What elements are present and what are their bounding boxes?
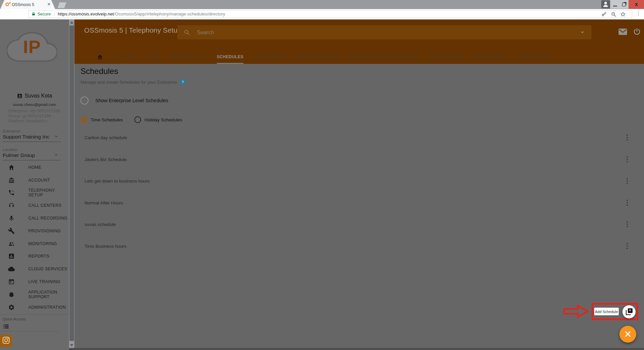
enterprise-label: Enterprise <box>3 129 20 133</box>
zoom-out-icon[interactable] <box>611 11 616 17</box>
sidebar-item-call-recording[interactable]: CALL RECORDING <box>0 212 69 225</box>
sidebar-item-home[interactable]: HOME <box>0 161 69 174</box>
logo-text: IP <box>7 36 57 57</box>
app-header: OSSmosis 5 | Telephony Setup LOCATIONUSE… <box>74 20 644 64</box>
sidebar-item-call-centers[interactable]: CALL CENTERS <box>0 199 69 212</box>
browser-titlebar: O OSSmosis 5 ✕ X <box>0 0 644 9</box>
chevron-down-icon <box>55 136 58 138</box>
sidebar: IP Suvas Kota suvas.chess@gmail.com Ente… <box>0 20 69 350</box>
tab-schedules[interactable]: SCHEDULES <box>217 50 244 64</box>
tab-trunk-groups[interactable]: TRUNK GROUPS <box>429 50 464 64</box>
quick-access-list-icon[interactable] <box>3 323 9 330</box>
account-meta: Enterprise: eip-0001015186Group: gr-0001… <box>8 109 60 124</box>
ossmosis-favicon: O <box>5 2 9 7</box>
browser-menu-icon[interactable]: ⋮ <box>636 10 641 16</box>
sidebar-item-live-training[interactable]: LIVE TRAINING <box>0 275 69 288</box>
logout-power-icon[interactable] <box>633 28 641 36</box>
radio-holiday-schedules[interactable]: Holiday Schedules <box>134 116 182 123</box>
page-scrollbar[interactable] <box>69 20 74 350</box>
tab-music-on-hold[interactable]: MUSIC ON HOLD <box>171 50 206 64</box>
mail-icon[interactable] <box>618 29 627 35</box>
social-links: YouTube <box>0 335 69 350</box>
nav-icon <box>8 253 15 260</box>
row-options-kebab-icon[interactable] <box>624 219 631 229</box>
close-fab-button[interactable] <box>619 326 636 343</box>
radio-circle-icon <box>80 116 87 123</box>
sidebar-item-monitoring[interactable]: MONITORING <box>0 237 69 250</box>
page-subtitle: Manage and create Schedules for your Ent… <box>80 80 177 85</box>
window-close-button[interactable]: X <box>629 0 644 9</box>
scroll-up-icon[interactable] <box>70 22 73 24</box>
telephony-tabs: LOCATIONUSERSMUSIC ON HOLDSCHEDULESHUNT … <box>97 50 549 64</box>
window-minimize-button[interactable] <box>610 0 619 9</box>
address-bar[interactable]: Secure https://ossmosis.evolveip.net /Os… <box>28 10 632 18</box>
sidebar-item-provisioning[interactable]: PROVISIONING <box>0 225 69 237</box>
nav-icon <box>8 228 15 234</box>
enterprise-level-toggle[interactable] <box>80 96 89 105</box>
enterprise-level-toggle-label: Show Enterprise Level Schedules <box>95 98 168 103</box>
schedule-row-lets-get-down-to-business-hours[interactable]: Lets get down to business hours <box>74 170 644 192</box>
sidebar-item-reports[interactable]: REPORTS <box>0 250 69 263</box>
row-options-kebab-icon[interactable] <box>624 241 631 251</box>
browser-window: O OSSmosis 5 ✕ X Secure https://ossmosis… <box>0 0 644 350</box>
password-key-icon[interactable] <box>601 11 607 17</box>
new-tab-button[interactable] <box>58 2 66 8</box>
schedules-page: Schedules Manage and create Schedules fo… <box>74 64 644 348</box>
schedule-row-tims-business-hours[interactable]: Tims Business hours <box>74 235 644 257</box>
browser-tab-title: OSSmosis 5 <box>12 2 34 7</box>
browser-profile-button[interactable] <box>601 0 610 8</box>
schedule-row-normal-after-hours[interactable]: Normal After Hours <box>74 192 644 214</box>
row-options-kebab-icon[interactable] <box>624 176 631 186</box>
home-tab-icon[interactable] <box>97 54 103 61</box>
schedule-row-suvas-schedule[interactable]: suvas schedule <box>74 213 644 235</box>
row-options-kebab-icon[interactable] <box>624 154 631 164</box>
annotation-arrow <box>563 304 590 319</box>
location-label: Location <box>3 148 17 152</box>
sidebar-item-cloud-services[interactable]: CLOUD SERVICES <box>0 263 69 275</box>
tab-open-seating[interactable]: OPEN SEATING <box>517 50 549 64</box>
schedule-row-javiers-biz-schedule[interactable]: Javiers Biz Schedule <box>74 149 644 170</box>
tab-close-icon[interactable]: ✕ <box>47 2 51 7</box>
search-dropdown-icon[interactable] <box>581 32 584 33</box>
schedule-row-carlton-day-schedule[interactable]: Carlton day schedule <box>74 127 644 149</box>
bookmark-star-icon[interactable] <box>620 11 626 17</box>
sidebar-item-administration[interactable]: ADMINISTRATION <box>0 301 69 314</box>
browser-tab[interactable]: O OSSmosis 5 ✕ <box>0 0 55 9</box>
quick-access-label: Quick Access <box>3 317 26 321</box>
evolve-ip-logo: IP <box>7 28 57 63</box>
add-schedule-tooltip: Add Schedule <box>594 308 619 315</box>
tab-hunt-groups[interactable]: HUNT GROUPS <box>253 50 286 64</box>
sidebar-item-account[interactable]: ACCOUNT <box>0 174 69 187</box>
social-instagram-icon[interactable] <box>0 335 12 347</box>
tab-departments[interactable]: DEPARTMENTS <box>474 50 507 64</box>
app-title: OSSmosis 5 | Telephony Setup <box>84 26 181 34</box>
search-input[interactable] <box>196 25 568 40</box>
user-name: Suvas Kota <box>25 93 52 99</box>
add-schedule-button[interactable]: + <box>622 305 636 318</box>
tab-users[interactable]: USERS <box>146 50 161 64</box>
radio-time-schedules[interactable]: Time Schedules <box>80 116 123 123</box>
search-bar[interactable] <box>177 25 591 39</box>
row-options-kebab-icon[interactable] <box>624 198 631 208</box>
nav-icon <box>8 202 15 209</box>
location-select[interactable]: Fulmer Group <box>3 152 61 160</box>
url-host: https://ossmosis.evolveip.net <box>58 11 114 16</box>
window-restore-button[interactable] <box>619 0 629 9</box>
nav-icon <box>8 164 15 171</box>
tab-auto-attendants[interactable]: AUTO ATTENDANTS <box>296 50 339 64</box>
nav-icon <box>8 215 15 222</box>
tab-meet-me-audio-conferences[interactable]: MEET-ME AUDIO CONFERENCES <box>349 50 418 64</box>
nav-icon <box>8 189 15 196</box>
scrollbar-thumb[interactable] <box>69 26 74 341</box>
sidebar-nav: HOME ACCOUNT TELEPHONY SETUP CALL CENTER… <box>0 161 69 314</box>
row-options-kebab-icon[interactable] <box>624 132 631 143</box>
user-row: Suvas Kota <box>0 93 69 99</box>
help-icon[interactable]: ? <box>180 79 185 85</box>
url-path: /Ossmosis5/app/#/telephony/manage-schedu… <box>114 11 225 16</box>
scroll-down-icon[interactable] <box>70 344 73 346</box>
sidebar-item-telephony-setup[interactable]: TELEPHONY SETUP <box>0 187 69 199</box>
enterprise-select[interactable]: Support Training Inc <box>3 134 61 142</box>
sidebar-item-application-support[interactable]: APPLICATION SUPPORT <box>0 288 69 301</box>
tab-location[interactable]: LOCATION <box>113 50 136 64</box>
nav-icon <box>8 304 15 311</box>
